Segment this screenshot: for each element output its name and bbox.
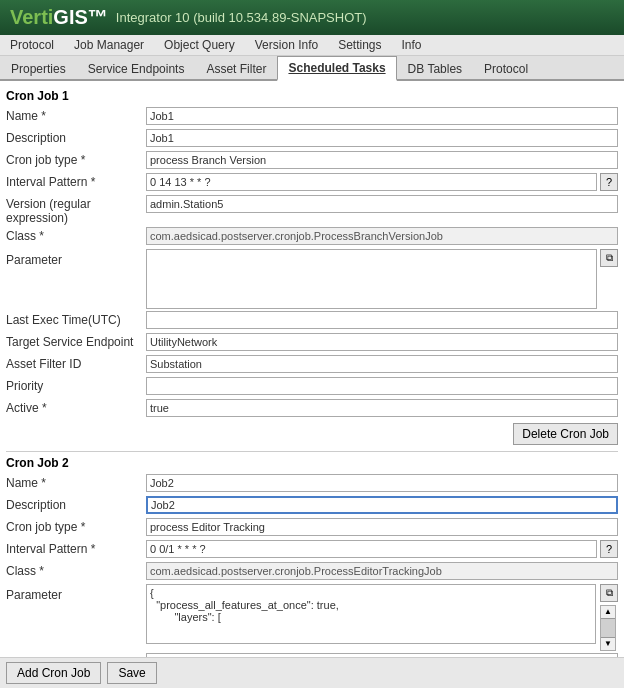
cj2-name-control [146,474,618,492]
cj1-interval-help-button[interactable]: ? [600,173,618,191]
menu-protocol[interactable]: Protocol [0,35,64,55]
app-title: Integrator 10 (build 10.534.89-SNAPSHOT) [116,10,367,25]
cj2-class-control [146,562,618,580]
title-bar: VertiGIS™ Integrator 10 (build 10.534.89… [0,0,624,35]
cj2-scroll-down[interactable]: ▼ [601,637,615,650]
cj1-desc-row: Description [6,129,618,149]
tab-db-tables[interactable]: DB Tables [397,57,473,81]
logo-highlight: Verti [10,6,53,28]
cj2-desc-row: Description [6,496,618,516]
save-button[interactable]: Save [107,662,156,684]
cj1-endpoint-control [146,333,618,351]
cj1-type-input[interactable] [146,151,618,169]
cj1-priority-input[interactable] [146,377,618,395]
tab-asset-filter[interactable]: Asset Filter [195,57,277,81]
app-logo: VertiGIS™ [10,6,108,29]
cron-job-1-title: Cron Job 1 [6,89,618,103]
cj2-interval-input[interactable] [146,540,597,558]
cj2-scrollbar[interactable]: ▲ ▼ [600,605,616,651]
cj2-class-row: Class * [6,562,618,582]
cj1-interval-row: Interval Pattern * ? [6,173,618,193]
cj1-assetfilter-row: Asset Filter ID [6,355,618,375]
tab-bar: Properties Service Endpoints Asset Filte… [0,56,624,81]
cj2-param-label: Parameter [6,584,146,602]
cj1-interval-input[interactable] [146,173,597,191]
cj1-version-row: Version (regular expression) [6,195,618,225]
cron-job-2-title: Cron Job 2 [6,456,618,470]
cj2-desc-input[interactable] [146,496,618,514]
cj2-name-input[interactable] [146,474,618,492]
cj2-param-textarea[interactable]: { "process_all_features_at_once": true, … [146,584,596,644]
cj2-interval-label: Interval Pattern * [6,540,146,556]
cj2-param-textarea-wrapper: { "process_all_features_at_once": true, … [146,584,596,644]
cj2-class-input[interactable] [146,562,618,580]
tab-properties[interactable]: Properties [0,57,77,81]
cj1-name-label: Name * [6,107,146,123]
add-cron-job-button[interactable]: Add Cron Job [6,662,101,684]
menu-job-manager[interactable]: Job Manager [64,35,154,55]
cj1-lastexec-input[interactable] [146,311,618,329]
cj2-desc-label: Description [6,496,146,512]
menu-bar: Protocol Job Manager Object Query Versio… [0,35,624,56]
cj2-desc-control [146,496,618,514]
cj2-class-label: Class * [6,562,146,578]
cj1-param-row: Parameter ⧉ [6,249,618,309]
cj1-param-label: Parameter [6,249,146,267]
cj1-param-textarea[interactable] [146,249,597,309]
cj1-class-control [146,227,618,245]
cj2-scroll-up[interactable]: ▲ [601,606,615,619]
cj1-interval-label: Interval Pattern * [6,173,146,189]
cj2-name-label: Name * [6,474,146,490]
cj1-delete-button[interactable]: Delete Cron Job [513,423,618,445]
cj1-type-control [146,151,618,169]
cj1-priority-row: Priority [6,377,618,397]
cj2-type-label: Cron job type * [6,518,146,534]
cj1-type-label: Cron job type * [6,151,146,167]
cj2-type-input[interactable] [146,518,618,536]
tab-scheduled-tasks[interactable]: Scheduled Tasks [277,56,396,81]
cj2-interval-row: Interval Pattern * ? [6,540,618,560]
cj1-active-input[interactable] [146,399,618,417]
cj1-assetfilter-control [146,355,618,373]
cj1-class-row: Class * [6,227,618,247]
logo-text: GIS [53,6,87,28]
cj1-version-control [146,195,618,213]
cj1-lastexec-control [146,311,618,329]
cj2-interval-control: ? [146,540,618,558]
cj1-desc-input[interactable] [146,129,618,147]
cj1-priority-control [146,377,618,395]
cj2-interval-help-button[interactable]: ? [600,540,618,558]
cj1-name-control [146,107,618,125]
cj1-version-label: Version (regular expression) [6,195,146,225]
tab-protocol[interactable]: Protocol [473,57,539,81]
cj1-active-control [146,399,618,417]
cj1-delete-area: Delete Cron Job [6,423,618,445]
cj1-desc-control [146,129,618,147]
cj1-name-input[interactable] [146,107,618,125]
cj1-name-row: Name * [6,107,618,127]
menu-object-query[interactable]: Object Query [154,35,245,55]
cj1-version-input[interactable] [146,195,618,213]
tab-service-endpoints[interactable]: Service Endpoints [77,57,196,81]
cj1-param-control: ⧉ [146,249,618,309]
cj2-param-control: { "process_all_features_at_once": true, … [146,584,618,651]
cj1-type-row: Cron job type * [6,151,618,171]
cj1-param-copy-button[interactable]: ⧉ [600,249,618,267]
menu-version-info[interactable]: Version Info [245,35,328,55]
cj2-param-copy-button[interactable]: ⧉ [600,584,618,602]
cj2-param-row: Parameter { "process_all_features_at_onc… [6,584,618,651]
cj1-assetfilter-input[interactable] [146,355,618,373]
cj1-endpoint-input[interactable] [146,333,618,351]
cj1-class-input[interactable] [146,227,618,245]
cj1-desc-label: Description [6,129,146,145]
menu-info[interactable]: Info [392,35,432,55]
cj1-interval-control: ? [146,173,618,191]
cj1-lastexec-row: Last Exec Time(UTC) [6,311,618,331]
cj2-type-control [146,518,618,536]
cj1-class-label: Class * [6,227,146,243]
bottom-bar: Add Cron Job Save [0,657,624,688]
cj1-priority-label: Priority [6,377,146,393]
menu-settings[interactable]: Settings [328,35,391,55]
cj1-endpoint-label: Target Service Endpoint [6,333,146,349]
content-area: Cron Job 1 Name * Description Cron job t… [0,81,624,659]
